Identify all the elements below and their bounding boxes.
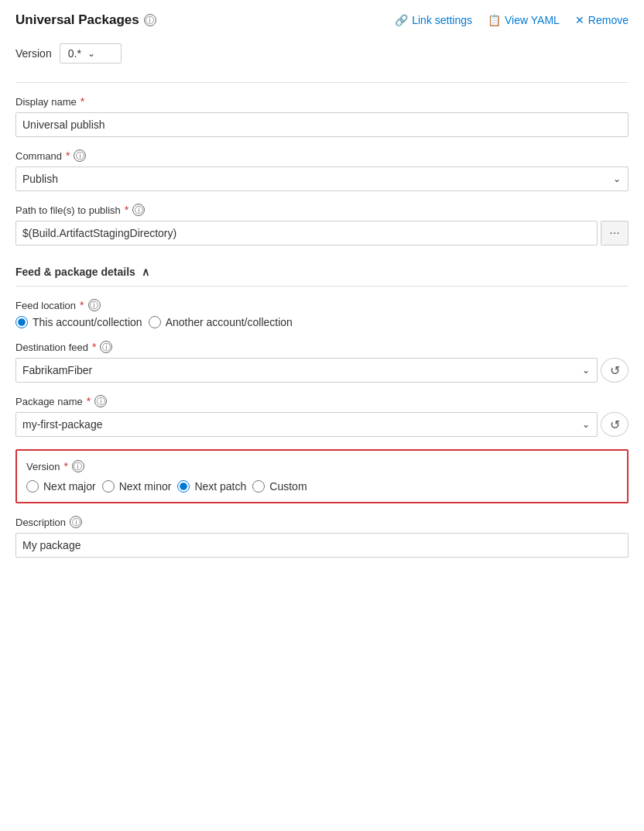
path-input-wrapper [15, 221, 598, 246]
feed-package-section-label: Feed & package details [15, 266, 135, 278]
package-name-label: Package name * ⓘ [15, 395, 629, 407]
display-name-group: Display name * [15, 95, 629, 137]
feed-location-another-radio[interactable] [149, 316, 161, 328]
browse-button[interactable]: ··· [601, 221, 629, 246]
feed-location-radio-group: This account/collection Another account/… [15, 316, 629, 328]
destination-feed-row: FabrikamFiber ⌄ ↺ [15, 358, 629, 383]
command-select[interactable]: Publish Download [15, 167, 629, 191]
version-next-patch-option[interactable]: Next patch [177, 480, 246, 493]
view-yaml-button[interactable]: 📋 View YAML [488, 14, 560, 26]
command-group: Command * ⓘ Publish Download ⌄ [15, 149, 629, 191]
version-custom-label: Custom [269, 480, 307, 493]
header-actions: 🔗 Link settings 📋 View YAML ✕ Remove [395, 14, 629, 26]
path-group: Path to file(s) to publish * ⓘ ··· [15, 204, 629, 246]
package-name-info-icon[interactable]: ⓘ [94, 395, 107, 407]
description-label: Description ⓘ [15, 516, 629, 528]
package-name-group: Package name * ⓘ my-first-package ⌄ ↺ [15, 395, 629, 437]
feed-location-another-option[interactable]: Another account/collection [149, 316, 293, 328]
header-left: Universal Packages ⓘ [15, 12, 156, 28]
feed-location-info-icon[interactable]: ⓘ [88, 299, 101, 311]
version-required: * [63, 460, 67, 472]
separator-1 [15, 82, 629, 83]
close-icon: ✕ [575, 14, 584, 26]
command-select-wrapper: Publish Download ⌄ [15, 167, 629, 191]
destination-feed-label: Destination feed * ⓘ [15, 341, 629, 353]
remove-label: Remove [588, 14, 629, 26]
version-dropdown-chevron: ⌄ [87, 48, 95, 59]
version-next-patch-radio[interactable] [177, 480, 190, 493]
link-icon: 🔗 [395, 14, 408, 26]
page-title: Universal Packages [15, 12, 139, 28]
link-settings-button[interactable]: 🔗 Link settings [395, 14, 472, 26]
link-settings-label: Link settings [412, 14, 472, 26]
version-selector-row: Version 0.* ⌄ [15, 43, 629, 64]
view-yaml-label: View YAML [505, 14, 560, 26]
version-next-patch-label: Next patch [194, 480, 246, 493]
version-info-icon[interactable]: ⓘ [72, 460, 84, 472]
package-name-row: my-first-package ⌄ ↺ [15, 412, 629, 437]
package-name-required: * [87, 395, 91, 407]
version-next-minor-label: Next minor [119, 480, 172, 493]
description-info-icon[interactable]: ⓘ [70, 516, 82, 528]
version-next-major-radio[interactable] [26, 480, 39, 493]
path-label: Path to file(s) to publish * ⓘ [15, 204, 629, 216]
version-next-minor-radio[interactable] [102, 480, 115, 493]
version-dropdown[interactable]: 0.* ⌄ [60, 43, 122, 64]
destination-feed-required: * [92, 341, 96, 353]
package-name-select[interactable]: my-first-package [15, 412, 598, 437]
path-info-icon[interactable]: ⓘ [132, 204, 145, 216]
title-info-icon[interactable]: ⓘ [144, 14, 156, 26]
version-dropdown-value: 0.* [68, 47, 81, 60]
feed-location-this-radio[interactable] [15, 316, 28, 328]
version-custom-option[interactable]: Custom [252, 480, 307, 493]
display-name-input[interactable] [15, 112, 629, 137]
command-required: * [66, 149, 70, 162]
display-name-required: * [80, 95, 84, 108]
feed-location-this-option[interactable]: This account/collection [15, 316, 142, 328]
destination-feed-info-icon[interactable]: ⓘ [100, 341, 112, 353]
version-selector-label: Version [15, 47, 52, 60]
destination-feed-select[interactable]: FabrikamFiber [15, 358, 598, 383]
display-name-label: Display name * [15, 95, 629, 108]
version-group: Version * ⓘ Next major Next minor Next p… [15, 449, 629, 503]
command-info-icon[interactable]: ⓘ [74, 149, 86, 162]
version-next-major-label: Next major [43, 480, 96, 493]
feed-location-another-label: Another account/collection [166, 316, 293, 328]
yaml-icon: 📋 [488, 14, 501, 26]
path-row: ··· [15, 221, 629, 246]
remove-button[interactable]: ✕ Remove [575, 14, 629, 26]
version-next-major-option[interactable]: Next major [26, 480, 96, 493]
package-name-select-wrapper: my-first-package ⌄ [15, 412, 598, 437]
package-refresh-icon: ↺ [610, 417, 620, 432]
destination-feed-group: Destination feed * ⓘ FabrikamFiber ⌄ ↺ [15, 341, 629, 383]
feed-location-group: Feed location * ⓘ This account/collectio… [15, 299, 629, 328]
feed-location-this-label: This account/collection [33, 316, 142, 328]
package-name-refresh-button[interactable]: ↺ [601, 412, 629, 437]
feed-package-section-header[interactable]: Feed & package details ∧ [15, 258, 629, 287]
description-input[interactable] [15, 533, 629, 558]
version-label: Version * ⓘ [26, 460, 618, 472]
version-radio-group: Next major Next minor Next patch Custom [26, 480, 618, 493]
feed-location-required: * [80, 299, 84, 311]
version-custom-radio[interactable] [252, 480, 265, 493]
feed-location-label: Feed location * ⓘ [15, 299, 629, 311]
description-group: Description ⓘ [15, 516, 629, 558]
page-header: Universal Packages ⓘ 🔗 Link settings 📋 V… [15, 12, 629, 28]
destination-feed-refresh-button[interactable]: ↺ [601, 358, 629, 383]
path-required: * [125, 204, 128, 216]
command-label: Command * ⓘ [15, 149, 629, 162]
version-next-minor-option[interactable]: Next minor [102, 480, 172, 493]
ellipsis-icon: ··· [609, 226, 619, 240]
destination-feed-select-wrapper: FabrikamFiber ⌄ [15, 358, 598, 383]
path-input[interactable] [15, 221, 598, 246]
feed-package-chevron-icon: ∧ [142, 266, 149, 278]
refresh-icon: ↺ [610, 363, 620, 378]
